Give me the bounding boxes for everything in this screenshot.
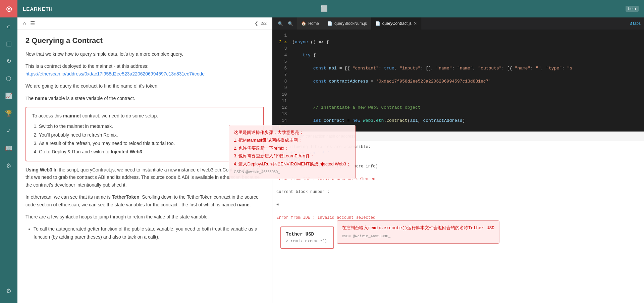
console-spacer-3 xyxy=(276,196,640,202)
ln-5: 5 xyxy=(276,58,287,65)
csdn-label-bottom: CSDN @weixin_46353030_ xyxy=(342,234,390,238)
zoom-in-btn[interactable]: 🔍 xyxy=(286,20,294,27)
tab-query-contract[interactable]: 📄 queryContract.js ✕ xyxy=(371,17,421,30)
zoom-out-btn[interactable]: 🔍 xyxy=(276,20,284,27)
tab-label-2: queryContract.js xyxy=(382,21,412,26)
tab-home[interactable]: 🏠 Home xyxy=(297,17,323,30)
tether-cmd: > remix.execute() xyxy=(286,238,329,245)
tether-para: In etherscan, we can see that its name i… xyxy=(25,193,264,208)
progress-indicator: ❮ 2/2 xyxy=(255,21,267,26)
code-line-6: // instantiate a new web3 Contract objec… xyxy=(289,104,644,111)
info-box: To access this mainnet contract, we need… xyxy=(25,107,264,161)
logo-icon: ◎ xyxy=(6,5,12,13)
sidebar-item-settings[interactable]: ⚙ xyxy=(3,285,15,297)
toolbar-left: ⌂ ☰ xyxy=(23,20,255,27)
menu-icon[interactable]: ☰ xyxy=(30,20,35,27)
ln-9: 9 xyxy=(276,85,287,91)
step-4: Go to Deploy & Run and switch to Injecte… xyxy=(39,148,257,156)
para-4: The name variable is a state variable of… xyxy=(25,95,264,102)
code-line-4: const contractAddress = '0xdac17f958d2ee… xyxy=(289,78,644,85)
setup-steps: Switch to the mainnet in metamask. You'l… xyxy=(39,122,257,156)
ln-6: 6 xyxy=(276,65,287,72)
bullet-1: To call the autogenerated getter functio… xyxy=(34,225,264,241)
sidebar-item-trophy[interactable]: 🏆 xyxy=(3,107,15,119)
tabs-count-badge[interactable]: 3 tabs xyxy=(626,21,644,26)
injected-web3-bold: Injected Web3 xyxy=(111,149,142,154)
main-content: LEARNETH ⬜ beta ⌂ ☰ ❮ 2/2 2 Querying a C… xyxy=(17,0,644,303)
progress-text: 2/2 xyxy=(261,21,267,26)
para-1: Now that we know how to query simple dat… xyxy=(25,50,264,58)
code-tabs: 🔍 🔍 🏠 Home 📄 queryBlockNum.js 📄 queryCon… xyxy=(272,17,644,30)
para-2: This is a contract deployed to the mainn… xyxy=(25,62,264,78)
ln-14: 14 xyxy=(276,117,287,124)
home-nav-icon[interactable]: ⌂ xyxy=(23,20,26,27)
ln-3: 3 xyxy=(276,45,287,52)
code-line-3: const abi = [{ "constant": true, "inputs… xyxy=(289,65,644,72)
code-line-1: (async () => { xyxy=(289,39,644,46)
line-numbers: 1 2 ⚠ 3 4 5 6 7 8 9 10 11 12 13 14 xyxy=(272,30,289,131)
bullet-list: To call the autogenerated getter functio… xyxy=(34,225,264,241)
sidebar-item-home[interactable]: ⌂ xyxy=(3,20,15,32)
console-spacer-4 xyxy=(276,208,640,215)
code-line-2: try { xyxy=(289,52,644,59)
mainnet-bold: mainnet xyxy=(63,113,81,118)
file-icon-2: 📄 xyxy=(375,21,380,26)
panels-wrapper: ⌂ ☰ ❮ 2/2 2 Querying a Contract Now that… xyxy=(17,17,644,303)
para-3: We are going to query the contract to fi… xyxy=(25,82,264,90)
code-editor[interactable]: 1 2 ⚠ 3 4 5 6 7 8 9 10 11 12 13 14 xyxy=(272,30,644,131)
sidebar-item-shield[interactable]: ⬡ xyxy=(3,72,15,85)
code-content: (async () => { try { const abi = [{ "con… xyxy=(289,30,644,131)
ln-13: 13 xyxy=(276,111,287,117)
ln-1: 1 xyxy=(276,32,287,39)
block-number: 0 xyxy=(276,202,640,208)
jump-para: There are a few syntactic hoops to jump … xyxy=(25,213,264,220)
ln-2: 2 ⚠ xyxy=(276,39,287,46)
cn-annotation-top: 这里是阐述操作步骤，大致意思是： 1. 把Metamask测试网络换成主网； 2… xyxy=(229,125,356,179)
tether-row: Tether USD > remix.execute() 在控制台输入remix… xyxy=(276,224,640,251)
tether-token-bold: TetherToken xyxy=(112,194,140,200)
beta-badge: beta xyxy=(626,6,639,12)
monitor-icon[interactable]: ⬜ xyxy=(320,5,328,12)
block-label: current block number : xyxy=(276,189,640,195)
info-box-intro: To access this mainnet contract, we need… xyxy=(32,112,257,119)
console-spacer-2 xyxy=(276,183,640,189)
csdn-label-top: CSDN @weixin_46353030_ xyxy=(234,170,280,174)
using-web3-bold: Using Web3 xyxy=(25,167,52,172)
tether-box: Tether USD > remix.execute() xyxy=(280,226,334,249)
tether-title: Tether USD xyxy=(286,231,329,238)
ln-8: 8 xyxy=(276,78,287,85)
code-line-7: let contract = new web3.eth.Contract(abi… xyxy=(289,117,644,124)
ln-11: 11 xyxy=(276,98,287,104)
app-logo: ◎ xyxy=(0,0,17,17)
step-3: As a result of the refresh, you may need… xyxy=(39,139,257,148)
cn-annotation-bottom: 在控制台输入remix.execute()运行脚本文件会返回合约的名称Tethe… xyxy=(337,220,499,244)
sidebar-item-tool[interactable]: ⚙ xyxy=(3,160,15,172)
home-tab-icon: 🏠 xyxy=(301,21,306,26)
tutorial-title: 2 Querying a Contract xyxy=(25,36,264,45)
ln-12: 12 xyxy=(276,104,287,111)
back-icon[interactable]: ❮ xyxy=(255,21,258,26)
step-1: Switch to the mainnet in metamask. xyxy=(39,122,257,131)
web3-para: Using Web3 In the script, queryContract.… xyxy=(25,166,264,189)
tutorial-toolbar: ⌂ ☰ ❮ 2/2 xyxy=(17,17,272,30)
sidebar-item-chart[interactable]: 📈 xyxy=(3,90,15,102)
tab-label-1: queryBlockNum.js xyxy=(334,21,367,26)
app-title: LEARNETH xyxy=(23,6,320,12)
file-icon-1: 📄 xyxy=(327,21,332,26)
sidebar-item-check[interactable]: ✓ xyxy=(3,125,15,137)
home-tab-label: Home xyxy=(308,21,319,26)
sidebar-item-refresh[interactable]: ↻ xyxy=(3,55,15,67)
contract-link[interactable]: https://etherscan.io/address/0xdac17f958… xyxy=(25,71,205,77)
code-line-5 xyxy=(289,91,644,98)
ln-10: 10 xyxy=(276,91,287,98)
tab-close-btn[interactable]: ✕ xyxy=(414,21,417,26)
tab-actions: 🔍 🔍 xyxy=(274,20,297,27)
topbar: LEARNETH ⬜ beta xyxy=(17,0,644,17)
sidebar-item-layers[interactable]: ◫ xyxy=(3,38,15,50)
sidebar: ◎ ⌂ ◫ ↻ ⬡ 📈 🏆 ✓ 📖 ⚙ ⚙ xyxy=(0,0,17,303)
code-editor-area: 🔍 🔍 🏠 Home 📄 queryBlockNum.js 📄 queryCon… xyxy=(272,17,644,132)
name-bold-2: name xyxy=(237,202,250,207)
name-bold: name xyxy=(35,96,47,101)
tab-query-blocknum[interactable]: 📄 queryBlockNum.js xyxy=(323,17,371,30)
sidebar-item-book[interactable]: 📖 xyxy=(3,142,15,154)
